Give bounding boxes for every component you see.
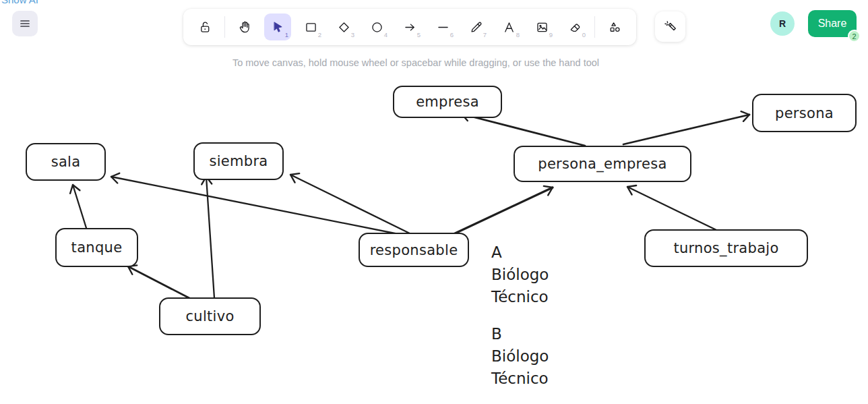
tool-shortcut: 7 <box>483 31 487 38</box>
edge-persona_empresa-empresa[interactable] <box>462 114 585 146</box>
note-gap <box>491 308 549 323</box>
node-persona[interactable]: persona <box>752 94 857 132</box>
tool-image[interactable]: 9 <box>528 13 555 40</box>
note-line: A <box>491 241 549 264</box>
shapes-icon <box>608 20 622 34</box>
cursor-icon <box>271 20 285 34</box>
node-cultivo[interactable]: cultivo <box>159 297 261 335</box>
lock-open-icon <box>198 20 212 34</box>
tool-shortcut: 1 <box>285 31 288 38</box>
node-empresa[interactable]: empresa <box>393 86 502 118</box>
tool-draw[interactable]: 7 <box>462 13 489 40</box>
tool-lock[interactable] <box>191 13 218 40</box>
tool-rectangle[interactable]: 2 <box>297 13 324 40</box>
tool-shortcut: 3 <box>351 31 354 38</box>
edge-tanque-sala[interactable] <box>73 185 86 228</box>
note-line: Biólogo <box>491 264 549 286</box>
tool-shortcut: 9 <box>549 31 553 38</box>
tool-shortcut: 2 <box>318 31 321 38</box>
tool-shortcut: 4 <box>384 31 388 38</box>
tool-shortcut: 5 <box>417 31 421 38</box>
edge-cultivo-tanque[interactable] <box>128 266 191 299</box>
node-siembra[interactable]: siembra <box>193 142 284 180</box>
arrow-icon <box>403 20 417 34</box>
share-collaborator-badge: 2 <box>848 30 861 42</box>
tool-hand[interactable] <box>231 13 258 40</box>
ellipse-icon <box>370 20 384 34</box>
note-line: Técnico <box>491 368 549 390</box>
tool-eraser[interactable]: 0 <box>561 13 588 40</box>
main-menu-button[interactable] <box>12 11 38 36</box>
tool-shortcut: 8 <box>516 31 520 38</box>
canvas-hint-text: To move canvas, hold mouse wheel or spac… <box>183 57 648 68</box>
magic-wand-icon <box>663 20 678 34</box>
rectangle-icon <box>304 20 318 34</box>
tool-selection[interactable]: 1 <box>264 13 291 40</box>
tool-island: 1 2 3 4 5 6 7 <box>183 9 636 45</box>
edge-persona_empresa-persona[interactable] <box>623 115 749 144</box>
node-turnos_trabajo[interactable]: turnos_trabajo <box>644 229 808 267</box>
node-tanque[interactable]: tanque <box>55 228 138 267</box>
edge-responsable-persona_empresa[interactable] <box>454 187 553 234</box>
tool-diamond[interactable]: 3 <box>330 13 357 40</box>
edge-responsable-sala[interactable] <box>111 177 405 235</box>
tool-shortcut: 6 <box>450 31 454 38</box>
diamond-icon <box>337 20 351 34</box>
toolbar-divider <box>594 16 595 38</box>
eraser-icon <box>568 20 582 34</box>
avatar[interactable]: R <box>770 11 795 36</box>
note-line: B <box>491 323 549 345</box>
toolbar-divider <box>224 16 225 38</box>
edge-cultivo-siembra[interactable] <box>206 177 214 298</box>
node-responsable[interactable]: responsable <box>359 233 469 267</box>
tool-more-shapes[interactable] <box>601 13 628 40</box>
text-notes[interactable]: A Biólogo Técnico B Biólogo Técnico <box>491 241 549 390</box>
show-ai-link[interactable]: Show AI <box>1 0 38 5</box>
magic-wand-button[interactable] <box>655 11 685 42</box>
node-persona_empresa[interactable]: persona_empresa <box>514 146 691 182</box>
image-icon <box>535 20 549 34</box>
text-icon <box>502 20 516 34</box>
node-sala[interactable]: sala <box>26 143 106 181</box>
tool-line[interactable]: 6 <box>429 13 456 40</box>
tool-ellipse[interactable]: 4 <box>363 13 390 40</box>
line-icon <box>436 20 450 34</box>
note-line: Técnico <box>491 286 549 308</box>
tool-shortcut: 0 <box>582 31 586 38</box>
tool-arrow[interactable]: 5 <box>396 13 423 40</box>
pencil-icon <box>469 20 483 34</box>
edge-turnos_trabajo-persona_empresa[interactable] <box>627 187 716 230</box>
note-line: Biólogo <box>491 345 549 368</box>
hamburger-icon <box>19 18 31 30</box>
tool-text[interactable]: 8 <box>495 13 522 40</box>
hand-icon <box>238 20 252 34</box>
